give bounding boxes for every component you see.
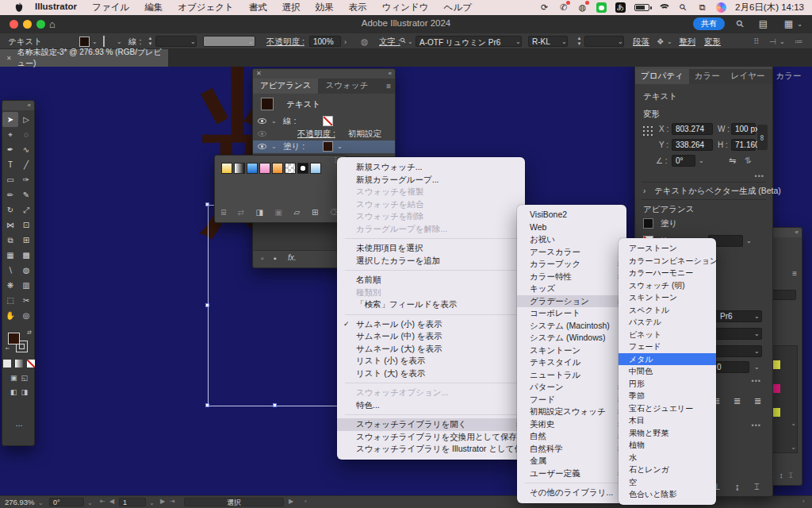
submenu-item[interactable]: ✓ 色合いと陰影 ›	[619, 488, 716, 501]
free-transform-tool[interactable]: ⊡	[18, 217, 34, 233]
align-right-icon[interactable]: ≣	[754, 396, 761, 406]
spotlight-search-icon[interactable]: ⚲	[676, 0, 690, 14]
ime-input-icon[interactable]: あ	[615, 2, 626, 13]
panel-layout-icon[interactable]: ▦	[784, 18, 793, 29]
chevron-down-icon[interactable]: ⌄	[149, 499, 155, 506]
adjust-icon[interactable]: ↨	[779, 471, 783, 480]
slice-tool[interactable]: ✂	[18, 293, 34, 308]
chevron-down-icon[interactable]: ⌄	[561, 38, 567, 45]
fill-indicator[interactable]	[8, 333, 20, 344]
new-fill-icon[interactable]: ▪	[274, 254, 277, 263]
fill-label[interactable]: 塗り	[661, 218, 677, 229]
swatch-transparency[interactable]	[285, 163, 296, 174]
close-tab-icon[interactable]: ✕	[6, 55, 12, 62]
submenu-item[interactable]: ✓ フード ›	[517, 394, 626, 406]
submenu-item[interactable]: ✓ コーポレート ›	[517, 307, 626, 320]
submenu-item[interactable]: ✓ カラーハーモニー ›	[619, 267, 716, 279]
more-options-icon[interactable]: •••	[752, 421, 761, 429]
submenu-item[interactable]: ✓ グラデーション ›	[517, 295, 626, 308]
swatch-lightblue-gradient[interactable]	[310, 163, 321, 174]
fill-color-swatch[interactable]	[79, 37, 90, 47]
fill-color-swatch[interactable]	[643, 218, 653, 229]
submenu-item[interactable]: ✓ システム (Windows) ›	[517, 332, 626, 344]
align-label[interactable]: 整列	[679, 37, 695, 48]
none-button[interactable]	[27, 360, 35, 368]
swatch-yellow-gradient[interactable]	[221, 163, 232, 174]
context-menu-item[interactable]: ✓ スウォッチを削除 ›	[337, 210, 525, 223]
chevron-down-icon[interactable]: ⌄	[408, 38, 413, 45]
chevron-down-icon[interactable]: ⌄	[271, 143, 277, 150]
opacity-row-label[interactable]: 不透明度 :	[297, 129, 335, 140]
submenu-item[interactable]: ✓ アーストーン ›	[619, 242, 716, 255]
curvature-tool[interactable]: ∿	[18, 142, 34, 157]
selection-handle[interactable]	[205, 303, 209, 307]
chevron-down-icon[interactable]: ⌄	[190, 38, 196, 45]
w-field[interactable]: 100 px	[731, 123, 756, 135]
text-to-vector-label[interactable]: テキストからベクター生成 (Beta)	[654, 186, 781, 197]
selection-handle[interactable]	[205, 202, 209, 206]
chevron-down-icon[interactable]: ⌄	[746, 237, 752, 244]
submenu-item[interactable]: ✓ 自然 ›	[517, 430, 626, 443]
first-artboard-icon[interactable]: ⇤	[100, 498, 105, 505]
menubar-item[interactable]: ウィンドウ	[382, 2, 429, 13]
rotation-field[interactable]: 0°	[672, 155, 695, 167]
document-tab[interactable]: ✕ 名称未設定-3* @ 276.93 % (RGB/プレビュー)	[0, 49, 168, 67]
collapse-icon[interactable]: «	[28, 102, 31, 109]
shaper-tool[interactable]: ✎	[18, 187, 34, 202]
selection-handle[interactable]	[205, 403, 209, 407]
workspace-switcher-icon[interactable]: ▤	[759, 18, 768, 29]
context-menu-item[interactable]: ✓ 名前順 ›	[337, 274, 525, 287]
context-menu-item[interactable]: ✓ サムネール (小) を表示 ›	[337, 318, 525, 331]
chevron-down-icon[interactable]: ⌄	[38, 499, 44, 506]
pencil-tool[interactable]: ✏	[2, 187, 18, 202]
chevron-down-icon[interactable]: ⌄	[754, 330, 760, 337]
new-color-group-icon[interactable]: ▱	[294, 208, 301, 217]
chevron-down-icon[interactable]: ⌄	[618, 38, 623, 45]
submenu-item[interactable]: ✓ 石とレンガ ›	[619, 464, 716, 476]
fill-color-swatch[interactable]	[323, 141, 333, 152]
context-menu-item[interactable]: ✓ スウォッチオプション... ›	[337, 387, 525, 399]
gradient-button[interactable]	[15, 360, 23, 368]
close-panel-icon[interactable]: ✕	[256, 70, 262, 77]
blend-tool[interactable]: ◍	[18, 263, 34, 278]
column-graph-tool[interactable]: ▥	[18, 278, 34, 293]
artboard-tool[interactable]: ⬚	[2, 293, 18, 308]
menubar-item[interactable]: 表示	[349, 2, 367, 13]
new-stroke-icon[interactable]: ▫	[261, 254, 264, 263]
tools-panel-header[interactable]: «	[2, 101, 34, 110]
stroke-weight-stepper[interactable]: ▲▼	[147, 36, 154, 47]
submenu-item[interactable]: ✓ Web ›	[517, 221, 626, 234]
properties-tab[interactable]: レイヤー	[726, 69, 771, 84]
screen-mode-icon[interactable]: ◨	[21, 388, 29, 396]
appearance-panel-header[interactable]: ✕ «	[253, 69, 395, 79]
chevron-left-icon[interactable]: ‹	[304, 498, 307, 505]
menubar-item[interactable]: 効果	[316, 2, 334, 13]
context-menu-item[interactable]: ✓ スウォッチを複製 ›	[337, 186, 525, 198]
type-tool[interactable]: T	[2, 157, 18, 172]
opacity-expand-arrow[interactable]: ›	[344, 38, 347, 46]
submenu-item[interactable]: ✓ ビネット ›	[619, 329, 716, 341]
panel-menu-icon[interactable]: ≡	[792, 269, 797, 278]
show-list-view-icon[interactable]: ◨	[256, 208, 263, 217]
submenu-item[interactable]: ✓ スウォッチ (明) ›	[619, 279, 716, 292]
kerning-icon[interactable]: ↨	[735, 482, 740, 491]
submenu-item[interactable]: ✓ 美術史 ›	[517, 418, 626, 431]
visibility-eye-icon[interactable]	[258, 144, 266, 149]
battery-icon[interactable]	[634, 4, 649, 11]
perspective-grid-tool[interactable]: ⊞	[18, 233, 34, 248]
symbol-sprayer-tool[interactable]: ❋	[2, 278, 18, 293]
swatch-white-black-gradient[interactable]	[234, 163, 245, 174]
submenu-item[interactable]: ✓ その他のライブラリ... ›	[517, 487, 626, 499]
swatch-pink-gradient[interactable]	[259, 163, 270, 174]
context-menu-item[interactable]: ✓ サムネール (大) を表示 ›	[337, 343, 525, 356]
submenu-item[interactable]: ✓ 水 ›	[619, 452, 716, 464]
wifi-icon[interactable]	[658, 3, 669, 12]
menubar-item[interactable]: ファイル	[92, 2, 129, 13]
submenu-item[interactable]: ✓ カラーブック ›	[517, 258, 626, 271]
menubar-clock[interactable]: 2月6日(木) 14:13	[735, 2, 804, 13]
submenu-item[interactable]: ✓ パステル ›	[619, 316, 716, 329]
beam-icon[interactable]: ⌶	[788, 471, 792, 480]
color-button[interactable]	[3, 360, 11, 368]
siri-icon[interactable]	[716, 2, 726, 13]
tab-swatches[interactable]: スウォッチ	[318, 79, 375, 94]
